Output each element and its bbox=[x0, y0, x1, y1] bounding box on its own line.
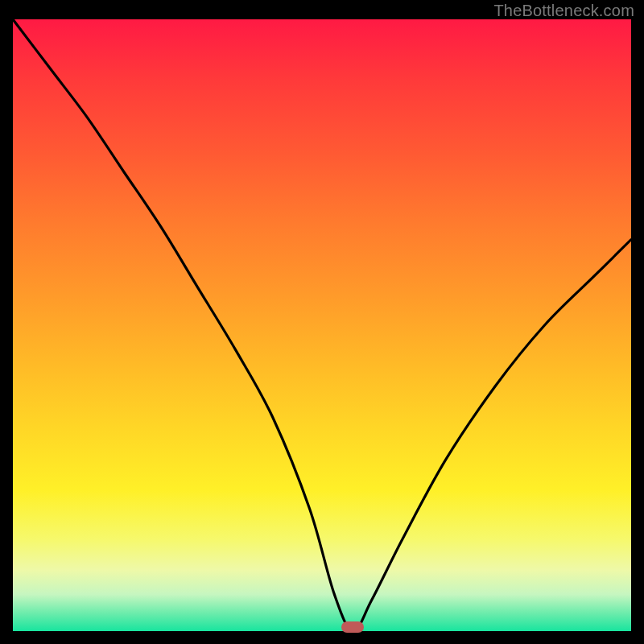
watermark-text: TheBottleneck.com bbox=[493, 2, 634, 20]
plot-area bbox=[13, 19, 631, 631]
chart-frame: TheBottleneck.com bbox=[0, 0, 644, 644]
bottleneck-curve-path bbox=[13, 19, 631, 631]
minimum-marker bbox=[341, 621, 364, 633]
curve-svg bbox=[13, 19, 631, 631]
